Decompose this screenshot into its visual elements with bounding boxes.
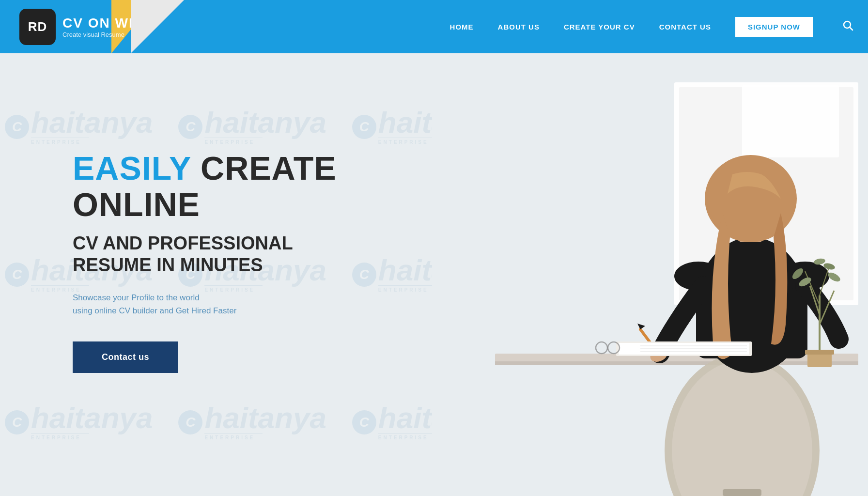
header: RD CV ON WEB Create visual Resume HOME A…	[0, 0, 868, 53]
diagonal-white-accent	[131, 0, 184, 53]
nav-about[interactable]: ABOUT US	[498, 23, 540, 31]
watermark-circle: C	[178, 115, 202, 139]
nav-create-cv[interactable]: CREATE YOUR CV	[564, 23, 635, 31]
watermark-enterprise: ENTERPRISE	[31, 140, 153, 145]
watermark-enterprise: ENTERPRISE	[204, 140, 326, 145]
svg-line-1	[850, 28, 853, 31]
watermark-circle: C	[178, 410, 202, 434]
watermark-line	[378, 138, 436, 138]
nav-contact[interactable]: CONTACT US	[659, 23, 711, 31]
watermark-line	[378, 433, 436, 434]
watermark-texts: haitanya ENTERPRISE	[204, 404, 326, 440]
nav-home[interactable]: HOME	[450, 23, 474, 31]
svg-rect-33	[807, 353, 832, 367]
watermark-texts: haitanya ENTERPRISE	[31, 404, 153, 440]
hero-content: EASILY CREATE ONLINE CV AND PROFESSIONAL…	[73, 150, 388, 373]
watermark-circle: C	[352, 115, 376, 139]
hero-svg	[432, 53, 868, 496]
hero-subheadline: CV AND PROFESSIONAL RESUME IN MINUTES	[73, 232, 388, 277]
watermark-line	[31, 138, 89, 138]
watermark-enterprise: ENTERPRISE	[204, 435, 326, 440]
hero-headline-blue: EASILY	[73, 150, 191, 186]
search-icon[interactable]	[842, 19, 853, 34]
watermark-brand-name: haitanya	[204, 404, 326, 432]
watermark-circle: C	[5, 115, 29, 139]
svg-rect-5	[742, 85, 839, 157]
watermark-circle: C	[5, 410, 29, 434]
watermark-line	[204, 138, 263, 138]
watermark-brand-name: haitanya	[31, 404, 153, 432]
hero-illustration	[432, 53, 868, 496]
logo-initials: RD	[19, 9, 56, 45]
hero-section: C haitanya ENTERPRISE C haitanya ENTERPR…	[0, 53, 868, 496]
navigation: HOME ABOUT US CREATE YOUR CV CONTACT US …	[450, 17, 868, 37]
hero-description-line2: using online CV builder and Get Hired Fa…	[73, 306, 236, 315]
hero-description-line1: Showcase your Profile to the world	[73, 293, 200, 302]
hero-subheadline-line2: RESUME IN MINUTES	[73, 255, 263, 275]
hero-headline: EASILY CREATE ONLINE	[73, 150, 388, 223]
watermark-texts: haitanya ENTERPRISE	[31, 109, 153, 145]
signup-button[interactable]: SIGNUP NOW	[735, 17, 813, 37]
contact-us-button[interactable]: Contact us	[73, 341, 178, 373]
logo-area: RD CV ON WEB Create visual Resume	[0, 9, 150, 45]
hero-description: Showcase your Profile to the world using…	[73, 291, 388, 317]
watermark-circle: C	[352, 410, 376, 434]
svg-rect-10	[723, 489, 761, 496]
hero-subheadline-line1: CV AND PROFESSIONAL	[73, 233, 293, 253]
watermark-brand-name: haitanya	[204, 109, 326, 136]
svg-rect-7	[495, 361, 858, 365]
watermark-enterprise: ENTERPRISE	[31, 435, 153, 440]
watermark-line	[204, 433, 263, 434]
watermark-brand-name: haitanya	[31, 109, 153, 136]
watermark-circle: C	[5, 263, 29, 287]
watermark-texts: haitanya ENTERPRISE	[204, 109, 326, 145]
watermark-line	[31, 433, 89, 434]
svg-rect-34	[805, 350, 834, 355]
